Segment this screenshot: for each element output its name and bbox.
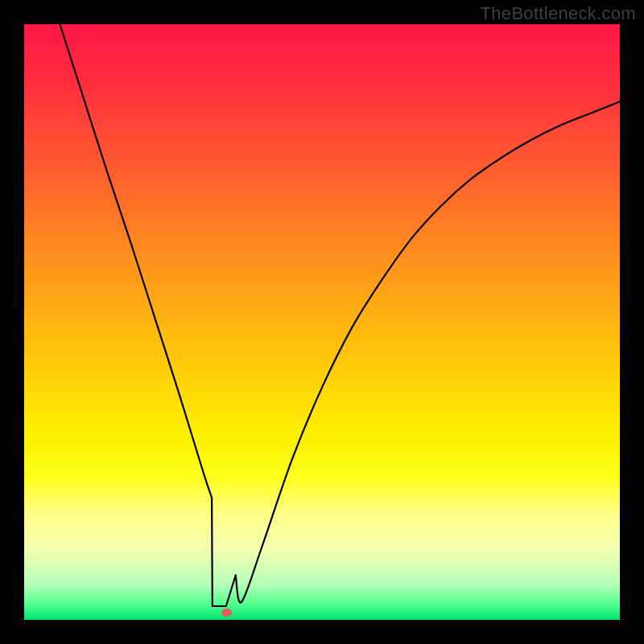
curve-minimum-marker	[221, 609, 232, 617]
bottleneck-chart	[0, 0, 644, 644]
watermark-label: TheBottleneck.com	[481, 3, 636, 24]
chart-root: TheBottleneck.com	[0, 0, 644, 644]
plot-area	[24, 24, 620, 620]
